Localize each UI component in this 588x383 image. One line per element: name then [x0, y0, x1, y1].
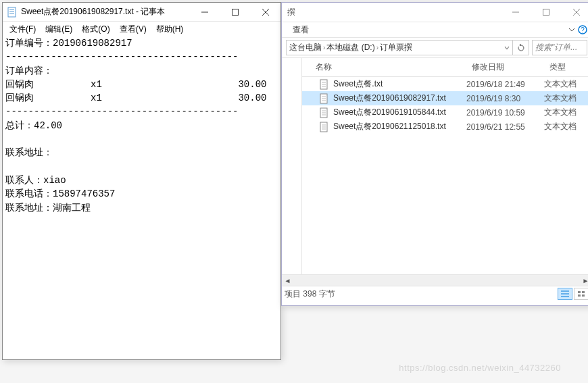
breadcrumb-part[interactable]: 本地磁盘 (D:) — [326, 42, 374, 53]
scroll-left-icon[interactable]: ◄ — [282, 276, 293, 286]
breadcrumb-part[interactable]: 这台电脑 — [289, 42, 322, 53]
file-rows: Sweet点餐.txt2019/6/18 21:49文本文档Sweet点餐201… — [302, 77, 588, 134]
text-file-icon — [318, 107, 329, 118]
explorer-title: 撰 — [287, 7, 500, 18]
file-date: 2019/6/18 21:49 — [466, 80, 544, 89]
breadcrumb-part[interactable]: 订单票撰 — [380, 42, 412, 53]
close-button[interactable] — [250, 3, 280, 22]
explorer-window: 撰 查看 ? 这台电脑 › 本地磁盘 (D:) › 订单票撰 搜索"订单... … — [281, 2, 588, 306]
close-button[interactable] — [561, 3, 588, 22]
explorer-titlebar[interactable]: 撰 — [282, 3, 588, 22]
text-file-icon — [318, 79, 329, 90]
menu-format[interactable]: 格式(O) — [78, 23, 114, 34]
refresh-button[interactable] — [513, 40, 529, 55]
ribbon-tabs: 查看 ? — [282, 22, 588, 38]
notepad-text-area[interactable]: 订单编号：20190619082917 --------------------… — [3, 35, 280, 216]
chevron-down-icon[interactable] — [504, 45, 510, 51]
file-type: 文本文档 — [544, 107, 588, 118]
text-file-icon — [318, 122, 329, 132]
file-list: 名称 修改日期 类型 Sweet点餐.txt2019/6/18 21:49文本文… — [302, 58, 588, 274]
file-row[interactable]: Sweet点餐.txt2019/6/18 21:49文本文档 — [302, 77, 588, 91]
explorer-body: 名称 修改日期 类型 Sweet点餐.txt2019/6/18 21:49文本文… — [282, 58, 588, 274]
column-name[interactable]: 名称 — [302, 58, 466, 76]
watermark: https://blog.csdn.net/weixin_44732260 — [399, 363, 561, 373]
column-type[interactable]: 类型 — [544, 58, 588, 76]
file-row[interactable]: Sweet点餐20190621125018.txt2019/6/21 12:55… — [302, 120, 588, 134]
notepad-titlebar[interactable]: Sweet点餐20190619082917.txt - 记事本 — [3, 3, 280, 22]
menu-file[interactable]: 文件(F) — [5, 23, 40, 34]
details-view-button[interactable] — [558, 288, 572, 300]
file-name: Sweet点餐20190619082917.txt — [333, 93, 466, 104]
svg-rect-5 — [232, 9, 238, 15]
window-controls — [189, 3, 280, 22]
horizontal-scrollbar[interactable]: ◄ ► — [282, 274, 588, 286]
svg-rect-35 — [578, 295, 581, 297]
minimize-button[interactable] — [500, 3, 531, 22]
file-name: Sweet点餐.txt — [333, 78, 466, 90]
status-text: 项目 398 字节 — [285, 288, 335, 300]
svg-rect-36 — [582, 295, 585, 297]
nav-pane[interactable] — [282, 58, 302, 274]
chevron-down-icon — [568, 26, 575, 33]
minimize-button[interactable] — [189, 3, 220, 22]
ribbon-expand[interactable]: ? — [568, 25, 587, 34]
file-date: 2019/6/19 8:30 — [466, 94, 544, 103]
file-date: 2019/6/19 10:59 — [466, 108, 544, 118]
file-row[interactable]: Sweet点餐20190619105844.txt2019/6/19 10:59… — [302, 105, 588, 120]
icons-view-button[interactable] — [574, 288, 588, 300]
breadcrumb[interactable]: 这台电脑 › 本地磁盘 (D:) › 订单票撰 — [286, 40, 513, 55]
list-header: 名称 修改日期 类型 — [302, 58, 588, 77]
svg-rect-33 — [578, 291, 581, 293]
svg-rect-34 — [582, 291, 585, 293]
file-name: Sweet点餐20190621125018.txt — [333, 121, 466, 132]
svg-text:?: ? — [581, 26, 585, 34]
file-name: Sweet点餐20190619105844.txt — [333, 107, 466, 118]
scroll-right-icon[interactable]: ► — [580, 276, 588, 286]
search-placeholder: 搜索"订单... — [535, 42, 577, 53]
file-type: 文本文档 — [544, 93, 588, 104]
maximize-button[interactable] — [220, 3, 250, 22]
notepad-app-icon — [7, 7, 18, 18]
chevron-right-icon: › — [376, 44, 378, 51]
menu-help[interactable]: 帮助(H) — [152, 23, 188, 34]
notepad-title: Sweet点餐20190619082917.txt - 记事本 — [21, 6, 189, 18]
help-icon[interactable]: ? — [578, 25, 587, 34]
notepad-window: Sweet点餐20190619082917.txt - 记事本 文件(F) 编辑… — [2, 2, 281, 360]
tab-view[interactable]: 查看 — [286, 23, 316, 37]
window-controls — [500, 3, 588, 22]
menu-view[interactable]: 查看(V) — [116, 23, 151, 34]
maximize-button[interactable] — [531, 3, 561, 22]
chevron-right-icon: › — [323, 44, 325, 51]
text-file-icon — [318, 93, 329, 104]
explorer-nav: 这台电脑 › 本地磁盘 (D:) › 订单票撰 搜索"订单... — [282, 38, 588, 58]
svg-rect-9 — [543, 9, 549, 16]
file-type: 文本文档 — [544, 78, 588, 90]
svg-rect-0 — [8, 7, 16, 17]
menu-edit[interactable]: 编辑(E) — [41, 23, 76, 34]
file-type: 文本文档 — [544, 121, 588, 132]
column-date[interactable]: 修改日期 — [466, 58, 544, 76]
notepad-menubar: 文件(F) 编辑(E) 格式(O) 查看(V) 帮助(H) — [3, 22, 280, 35]
status-bar: 项目 398 字节 — [282, 286, 588, 301]
file-row[interactable]: Sweet点餐20190619082917.txt2019/6/19 8:30文… — [302, 91, 588, 105]
search-input[interactable]: 搜索"订单... — [532, 40, 587, 55]
file-date: 2019/6/21 12:55 — [466, 122, 544, 132]
